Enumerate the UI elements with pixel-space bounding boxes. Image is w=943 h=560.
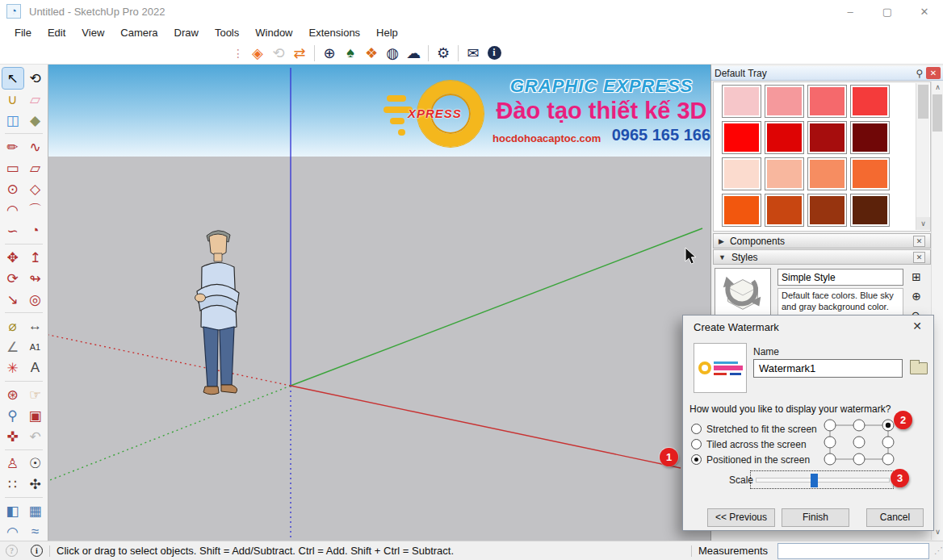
pin-icon[interactable]: ⚲ xyxy=(913,68,926,79)
sketchup-run-icon[interactable]: ◈ xyxy=(247,44,268,63)
color-swatch-10[interactable] xyxy=(765,157,804,190)
menu-file[interactable]: File xyxy=(6,24,40,41)
offset-tool[interactable]: ◎ xyxy=(25,289,46,310)
browse-image-folder-icon[interactable] xyxy=(910,362,928,374)
colors-scroll-down-icon[interactable]: ∨ xyxy=(916,217,930,230)
color-swatch-8[interactable] xyxy=(850,121,890,154)
zoom-tool[interactable]: ⚲ xyxy=(2,405,23,426)
finish-button[interactable]: Finish xyxy=(782,508,849,527)
tag-tool[interactable]: ◆ xyxy=(25,110,46,131)
toolbar-handle-icon[interactable]: ⋮ xyxy=(233,47,242,60)
color-swatch-13[interactable] xyxy=(722,194,761,227)
tape-measure-tool[interactable]: ⌀ xyxy=(2,316,23,336)
navigation-tool[interactable]: ✣ xyxy=(25,474,46,495)
settings-gear-icon[interactable]: ⚙ xyxy=(433,44,454,63)
color-swatch-12[interactable] xyxy=(850,157,890,190)
materials-icon[interactable]: ❖ xyxy=(361,44,382,63)
display-option-1[interactable]: Stretched to fit the screen xyxy=(691,421,817,437)
watermark-name-input[interactable] xyxy=(753,359,903,378)
color-swatch-16[interactable] xyxy=(850,194,890,227)
display-option-2[interactable]: Tiled across the screen xyxy=(691,437,817,452)
minimize-button[interactable]: – xyxy=(832,0,869,23)
color-swatch-4[interactable] xyxy=(850,85,890,118)
color-swatch-9[interactable] xyxy=(722,157,761,190)
text-tool[interactable]: A1 xyxy=(25,336,46,357)
previous-button[interactable]: << Previous xyxy=(707,508,775,527)
lasso-tool[interactable]: ⟲ xyxy=(25,68,46,89)
zoom-extents-tool[interactable]: ✜ xyxy=(2,426,23,447)
tray-scroll-up-icon[interactable]: ∧ xyxy=(932,81,943,94)
paint-bucket-tool[interactable]: ∪ xyxy=(2,89,23,110)
menu-camera[interactable]: Camera xyxy=(112,24,166,41)
color-swatch-14[interactable] xyxy=(765,194,804,227)
create-style-icon[interactable]: ⊞ xyxy=(908,269,924,285)
dimension-tool[interactable]: ↔ xyxy=(25,316,46,336)
styles-close-icon[interactable]: ✕ xyxy=(913,252,925,263)
resize-grip-icon[interactable]: ⋰ xyxy=(934,545,943,556)
geolocation-info-icon[interactable]: i xyxy=(31,545,43,557)
scale-slider[interactable] xyxy=(750,470,894,489)
add-location-icon[interactable]: ⊕ xyxy=(319,44,340,63)
color-swatch-15[interactable] xyxy=(807,194,847,227)
line-tool[interactable]: ✏ xyxy=(2,136,23,157)
components-section-header[interactable]: ▶ Components ✕ xyxy=(713,233,931,249)
move-tool[interactable]: ✥ xyxy=(2,247,23,268)
scale-slider-track[interactable] xyxy=(756,478,890,483)
dialog-close-icon[interactable]: ✕ xyxy=(909,320,925,332)
style-thumbnail[interactable] xyxy=(715,268,771,318)
pie-tool[interactable]: ◔ xyxy=(25,220,46,241)
rectangle-tool[interactable]: ▭ xyxy=(2,157,23,178)
cancel-button[interactable]: Cancel xyxy=(866,508,924,527)
axes-tool[interactable]: ✳ xyxy=(2,357,23,378)
menu-view[interactable]: View xyxy=(73,24,112,41)
sync-icon[interactable]: ⟲ xyxy=(268,44,289,63)
colors-scrollbar[interactable]: ∨ xyxy=(916,83,929,230)
warehouse-tree-icon[interactable]: ♠ xyxy=(340,44,361,63)
styles-section-header[interactable]: ▼ Styles ✕ xyxy=(713,249,931,265)
previous-view-tool[interactable]: ↶ xyxy=(25,426,46,447)
menu-edit[interactable]: Edit xyxy=(40,24,73,41)
freehand-tool[interactable]: ∿ xyxy=(25,136,46,157)
section-display-tool[interactable]: ▦ xyxy=(25,500,46,521)
display-option-3[interactable]: Positioned in the screen xyxy=(691,452,817,467)
section-cut-tool[interactable]: ◠ xyxy=(2,521,23,541)
three-point-arc-tool[interactable]: ∽ xyxy=(2,220,23,241)
info-circle-icon[interactable]: i xyxy=(484,44,505,63)
model-viewport[interactable]: XPRESS GRAPHIC EXPRESS Đào tạo thiết kế … xyxy=(48,65,710,541)
eraser-tool[interactable]: ▱ xyxy=(25,89,46,110)
color-swatch-3[interactable] xyxy=(807,85,847,118)
menu-help[interactable]: Help xyxy=(368,24,406,41)
zoom-window-tool[interactable]: ▣ xyxy=(25,405,46,426)
menu-extensions[interactable]: Extensions xyxy=(301,24,369,41)
extension-warehouse-icon[interactable]: ◍ xyxy=(382,44,403,63)
tray-close-icon[interactable]: ✕ xyxy=(926,67,941,79)
color-swatch-7[interactable] xyxy=(807,121,847,154)
email-icon[interactable]: ✉ xyxy=(463,44,484,63)
radio-button[interactable] xyxy=(691,439,702,449)
two-point-arc-tool[interactable]: ⌒ xyxy=(25,199,46,220)
styles-collapse-icon[interactable]: ▼ xyxy=(719,253,726,261)
style-name-input[interactable] xyxy=(777,269,903,286)
follow-me-tool[interactable]: ↬ xyxy=(25,268,46,289)
close-button[interactable]: ✕ xyxy=(906,0,943,23)
component-tool[interactable]: ◫ xyxy=(2,110,23,131)
section-plane-tool[interactable]: ◧ xyxy=(2,500,23,521)
colors-scrollbar-thumb[interactable] xyxy=(918,85,928,119)
color-swatch-11[interactable] xyxy=(807,157,847,190)
update-style-icon[interactable]: ⊕ xyxy=(908,288,924,304)
rotate-tool[interactable]: ⟳ xyxy=(2,268,23,289)
menu-draw[interactable]: Draw xyxy=(166,24,207,41)
components-close-icon[interactable]: ✕ xyxy=(913,236,925,247)
arc-tool[interactable]: ◠ xyxy=(2,199,23,220)
select-tool[interactable]: ↖ xyxy=(2,68,23,89)
polygon-tool[interactable]: ◇ xyxy=(25,178,46,199)
color-swatch-1[interactable] xyxy=(722,85,761,118)
help-icon[interactable]: ? xyxy=(6,545,18,557)
color-swatch-5[interactable] xyxy=(722,121,761,154)
color-swatch-6[interactable] xyxy=(765,121,804,154)
scale-slider-thumb[interactable] xyxy=(811,474,818,487)
position-camera-tool[interactable]: ♙ xyxy=(2,453,23,474)
position-grid[interactable] xyxy=(822,417,896,467)
maximize-button[interactable]: ▢ xyxy=(869,0,906,23)
scale-tool[interactable]: ↘ xyxy=(2,289,23,310)
